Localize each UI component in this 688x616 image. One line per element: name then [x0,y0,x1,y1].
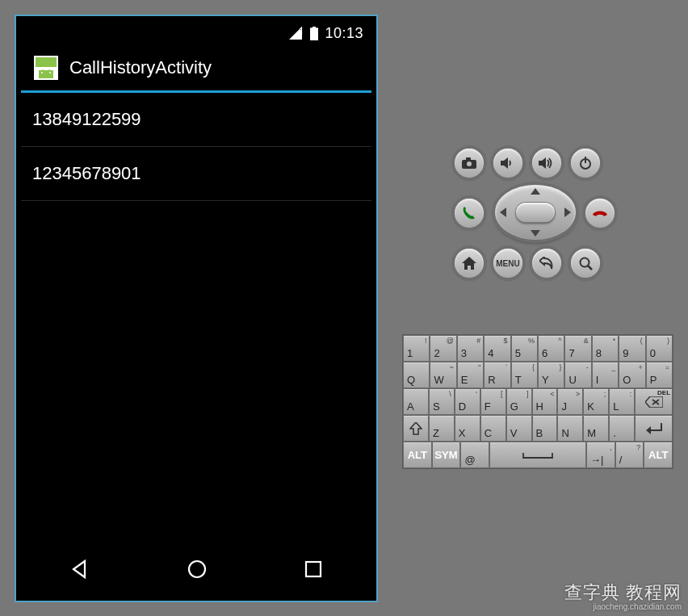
svg-point-20 [580,258,589,266]
key-6[interactable]: 6^ [538,335,564,362]
app-icon [32,54,60,82]
key-a[interactable]: A [403,388,429,415]
key-alt-left[interactable]: ALT [403,442,432,468]
menu-button[interactable]: MENU [493,249,522,278]
key-x[interactable]: X [455,415,480,442]
search-button[interactable] [571,249,600,278]
svg-rect-1 [313,27,316,28]
home-button[interactable] [455,249,484,278]
key-z[interactable]: Z [429,415,455,442]
action-bar: CallHistoryActivity [21,45,371,93]
key-at[interactable]: @ [460,442,489,468]
key-sym[interactable]: SYM [432,442,461,468]
dpad-down[interactable] [531,230,540,237]
key-7[interactable]: 7& [564,335,591,362]
nav-recents-icon[interactable] [303,559,324,583]
emulator-keyboard: 1!2@3#4$5%6^7&8*9(0) QW~E"R`T{Y}U-I_O+P=… [402,334,673,469]
key-u[interactable]: U- [564,362,591,388]
watermark-line1: 查字典 教程网 [564,583,682,602]
key-q[interactable]: Q [403,362,430,388]
svg-rect-13 [466,157,471,161]
key-1[interactable]: 1! [403,335,430,362]
key-2[interactable]: 2@ [430,335,456,362]
status-clock: 10:13 [325,25,363,42]
key-3[interactable]: 3# [457,335,484,362]
power-button[interactable] [571,149,600,178]
key-y[interactable]: Y} [538,362,564,388]
key-e[interactable]: E" [457,362,484,388]
key-l[interactable]: L: [609,388,635,415]
key-f[interactable]: F[ [480,388,506,415]
svg-point-9 [49,72,51,73]
key-delete[interactable]: DEL [635,388,673,415]
volume-down-button[interactable] [493,149,522,178]
key-s[interactable]: S\ [429,388,455,415]
key-space[interactable] [489,442,586,468]
svg-line-21 [588,266,592,270]
key-n[interactable]: N [557,415,583,442]
key-v[interactable]: V [506,415,532,442]
list-item[interactable]: 12345678901 [21,147,371,201]
phone-screen: 10:13 CallHistoryActivity 1384912259 [21,21,371,596]
svg-rect-18 [585,157,586,163]
key-shift[interactable] [403,415,429,442]
nav-home-icon[interactable] [186,558,208,584]
key-r[interactable]: R` [484,362,510,388]
svg-marker-19 [462,257,476,270]
nav-back-icon[interactable] [69,558,91,584]
end-call-button[interactable] [585,199,615,228]
key-5[interactable]: 5% [511,335,538,362]
key-h[interactable]: H< [532,388,558,415]
svg-marker-15 [501,157,508,169]
dpad-center[interactable] [516,203,555,222]
key-b[interactable]: B [532,415,558,442]
battery-icon [310,27,318,40]
key-t[interactable]: T{ [511,362,538,388]
dpad-up[interactable] [531,188,540,195]
call-history-list: 13849122599 12345678901 [21,93,371,201]
menu-button-label: MENU [496,259,519,268]
call-button[interactable] [455,199,484,228]
watermark: 查字典 教程网 jiaocheng.chazidian.com [564,583,682,611]
key-w[interactable]: W~ [430,362,456,388]
svg-rect-7 [39,70,53,78]
volume-up-button[interactable] [532,149,561,178]
emulator-controls: MENU [448,149,626,283]
key-m[interactable]: M [583,415,609,442]
svg-rect-4 [36,57,57,67]
key-c[interactable]: C [480,415,506,442]
key-enter[interactable] [635,415,673,442]
dpad-right[interactable] [564,207,571,217]
key-alt-right[interactable]: ALT [644,442,673,468]
emulator-phone-frame: 10:13 CallHistoryActivity 1384912259 [15,15,378,602]
key-4[interactable]: 4$ [484,335,510,362]
watermark-line2: jiaocheng.chazidian.com [564,602,682,611]
list-item[interactable]: 13849122599 [21,93,371,147]
key-arrow[interactable]: ,→| [586,442,615,468]
key-o[interactable]: O+ [619,362,645,388]
android-navbar [21,546,371,596]
key-k[interactable]: K; [583,388,609,415]
key-8[interactable]: 8* [592,335,619,362]
svg-point-8 [41,72,43,73]
key-9[interactable]: 9( [619,335,645,362]
key-0[interactable]: 0) [646,335,673,362]
key-g[interactable]: G] [506,388,532,415]
dpad [495,185,576,240]
key-slash[interactable]: /? [615,442,644,468]
back-button[interactable] [532,249,561,278]
signal-icon [289,27,304,40]
key-p[interactable]: P= [646,362,673,388]
svg-point-14 [467,161,472,166]
dpad-left[interactable] [500,207,506,217]
key-j[interactable]: J> [557,388,583,415]
svg-marker-16 [539,157,546,169]
svg-rect-11 [306,562,321,576]
key-period[interactable]: . [609,415,635,442]
key-d[interactable]: D' [455,388,480,415]
key-i[interactable]: I_ [592,362,619,388]
svg-point-10 [189,561,205,577]
camera-button[interactable] [455,149,484,178]
status-bar: 10:13 [21,21,371,45]
page-title: CallHistoryActivity [69,57,212,78]
